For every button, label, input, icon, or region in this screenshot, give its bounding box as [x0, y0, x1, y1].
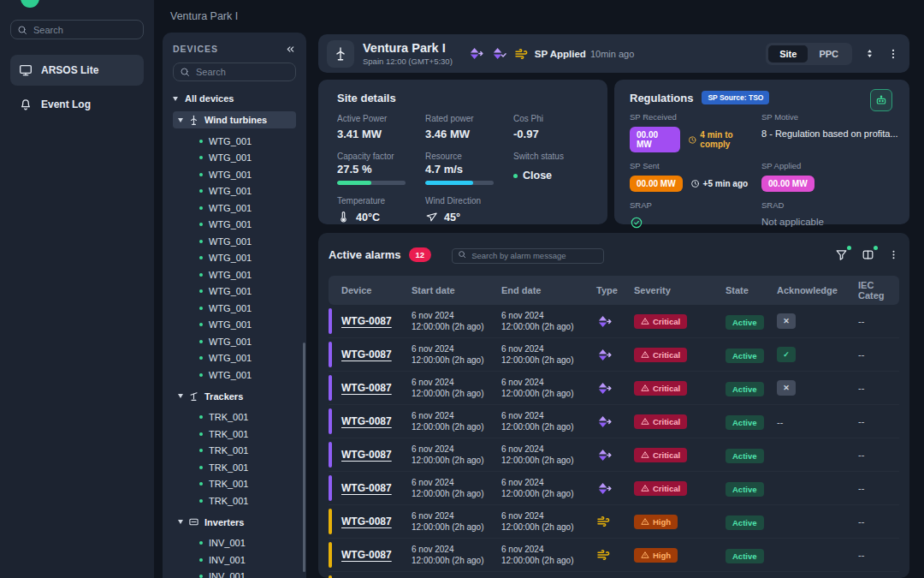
- app-logo: [21, 0, 39, 8]
- sidebar-search-input[interactable]: [10, 20, 144, 39]
- metric-value: 40°C: [356, 212, 380, 223]
- tree-leaf-label: WTG_001: [209, 337, 252, 347]
- tree-leaf-wtg-001[interactable]: WTG_001: [173, 317, 296, 334]
- site-ppc-toggle: Site PPC: [766, 43, 852, 65]
- tree-leaf-wtg-001[interactable]: WTG_001: [173, 183, 296, 200]
- acknowledge-confirm-button[interactable]: ✓: [777, 347, 796, 362]
- alarms-title: Active alarms: [329, 248, 401, 261]
- alarm-search-input[interactable]: [452, 248, 604, 264]
- tree-leaf-wtg-001[interactable]: WTG_001: [173, 217, 296, 234]
- site-subtitle: Spain 12:00 (GMT+5:30): [363, 57, 453, 66]
- tree-leaf-wtg-001[interactable]: WTG_001: [173, 200, 296, 217]
- device-link[interactable]: WTG-0087: [341, 549, 412, 561]
- severity-badge: High: [634, 515, 678, 529]
- tree-leaf-wtg-001[interactable]: WTG_001: [173, 283, 296, 301]
- field-label: SRAP: [630, 200, 761, 210]
- status-dot: [199, 373, 203, 377]
- kebab-menu-icon[interactable]: [887, 47, 899, 61]
- status-dot: [199, 307, 203, 310]
- tree-leaf-trk-001[interactable]: TRK_001: [173, 476, 296, 493]
- metric-label: Wind Direction: [425, 196, 513, 206]
- tree-group-wind-turbines[interactable]: Wind turbines: [173, 111, 296, 128]
- tree-leaf-wtg-001[interactable]: WTG_001: [173, 350, 296, 367]
- robot-icon: [874, 93, 888, 107]
- collapse-panel-icon[interactable]: [285, 44, 296, 55]
- device-link[interactable]: WTG-0087: [341, 482, 412, 494]
- tree-leaf-label: WTG_001: [209, 152, 252, 163]
- device-link[interactable]: WTG-0087: [341, 515, 412, 527]
- tree-leaf-trk-001[interactable]: TRK_001: [173, 443, 296, 460]
- metric-label: Switch status: [513, 152, 589, 161]
- tree-leaf-inv-001[interactable]: INV_001: [173, 551, 296, 569]
- device-link[interactable]: WTG-0087: [341, 349, 412, 361]
- tree-leaf-trk-001[interactable]: TRK_001: [173, 492, 296, 509]
- sidebar-item-event-log[interactable]: Event Log: [10, 89, 144, 120]
- setpoint-icon: [596, 381, 613, 396]
- toggle-site-button[interactable]: Site: [768, 45, 808, 63]
- tree-leaf-trk-001[interactable]: TRK_001: [173, 459, 296, 476]
- breadcrumb: Ventura Park I: [170, 10, 238, 22]
- iec-category-value: --: [858, 483, 899, 493]
- kebab-menu-icon[interactable]: [888, 248, 899, 261]
- toggle-ppc-button[interactable]: PPC: [808, 45, 850, 63]
- columns-button[interactable]: [862, 248, 874, 261]
- status-dot: [199, 415, 203, 419]
- status-dot: [199, 466, 203, 469]
- tree-leaf-trk-001[interactable]: TRK_001: [173, 409, 296, 426]
- x-icon: ✕: [783, 384, 790, 392]
- acknowledge-reject-button[interactable]: ✕: [777, 380, 796, 396]
- field-label: SP Received: [630, 112, 761, 122]
- devices-search-input[interactable]: [173, 63, 296, 81]
- tree-root-all-devices[interactable]: All devices: [173, 90, 296, 107]
- end-date-cell: 6 nov 202412:00:00h (2h ago): [501, 377, 596, 399]
- tree-leaf-inv-001[interactable]: INV_001: [173, 569, 296, 578]
- autopilot-robot-button[interactable]: [870, 89, 892, 111]
- tree-leaf-wtg-001[interactable]: WTG_001: [173, 266, 296, 283]
- sort-icon[interactable]: [864, 47, 875, 60]
- tree-leaf-wtg-001[interactable]: WTG_001: [173, 300, 296, 317]
- filter-button[interactable]: [835, 248, 848, 261]
- tree-leaf-trk-001[interactable]: TRK_001: [173, 426, 296, 443]
- columns-icon: [862, 248, 874, 261]
- tree-leaf-wtg-001[interactable]: WTG_001: [173, 366, 296, 384]
- tree-leaf-wtg-001[interactable]: WTG_001: [173, 233, 296, 250]
- tree-leaf-label: WTG_001: [209, 286, 252, 296]
- metric-label: Capacity factor: [337, 152, 425, 161]
- status-dot: [199, 482, 203, 486]
- alarm-search: [452, 247, 604, 262]
- bell-icon: [19, 98, 33, 111]
- warning-icon: [641, 384, 649, 392]
- tree-leaf-wtg-001[interactable]: WTG_001: [173, 133, 296, 150]
- device-link[interactable]: WTG-0087: [341, 415, 412, 427]
- tree-leaf-wtg-001[interactable]: WTG_001: [173, 250, 296, 267]
- tree-leaf-wtg-001[interactable]: WTG_001: [173, 166, 296, 183]
- tree-root-label: All devices: [185, 93, 234, 104]
- device-link[interactable]: WTG-0087: [341, 449, 412, 461]
- status-dot: [513, 174, 518, 178]
- devices-scrollbar[interactable]: [303, 343, 305, 572]
- regulations-title: Regulations: [630, 92, 693, 104]
- sidebar-item-arsos-lite[interactable]: ARSOS Lite: [10, 55, 144, 86]
- tree-leaf-inv-001[interactable]: INV_001: [173, 535, 296, 552]
- device-link[interactable]: WTG-0087: [341, 382, 412, 394]
- tree-leaf-wtg-001[interactable]: WTG_001: [173, 333, 296, 350]
- status-dot: [199, 156, 203, 159]
- severity-badge: Critical: [634, 381, 687, 396]
- srad-value: Not applicable: [761, 217, 898, 227]
- tree-leaf-wtg-001[interactable]: WTG_001: [173, 150, 296, 167]
- acknowledge-cell: ✓: [777, 347, 858, 362]
- acknowledge-reject-button[interactable]: ✕: [777, 313, 796, 329]
- end-date-cell: 6 nov 202412:00:00h (2h ago): [501, 510, 596, 533]
- tree-group-trackers[interactable]: Trackers: [173, 388, 296, 405]
- iec-category-value: --: [858, 349, 899, 360]
- status-dot: [199, 575, 203, 578]
- tree-group-inverters[interactable]: Inverters: [173, 514, 296, 531]
- tree-leaf-label: WTG_001: [209, 186, 252, 196]
- device-link[interactable]: WTG-0087: [341, 315, 412, 327]
- setpoint-acknowledged-icon: [491, 46, 507, 61]
- status-dot: [199, 340, 203, 343]
- setpoint-icon: [596, 448, 634, 462]
- tree-leaf-label: INV_001: [209, 538, 246, 548]
- start-date-cell: 6 nov 202412:00:00h (2h ago): [412, 477, 501, 499]
- metric-value: 27.5 %: [337, 163, 425, 176]
